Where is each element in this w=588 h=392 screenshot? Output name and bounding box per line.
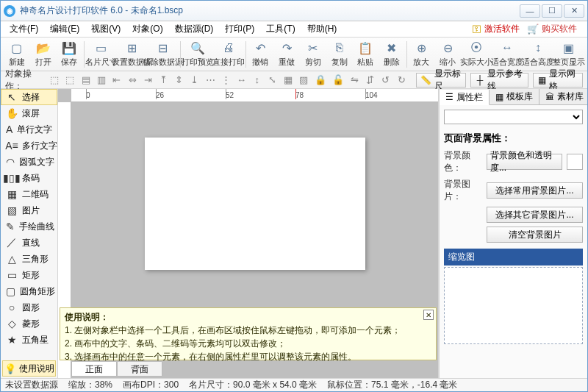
ruler-icon: 📏	[421, 75, 431, 85]
menu-datasource[interactable]: 数据源(D)	[169, 21, 220, 37]
tab-properties[interactable]: ☰属性栏	[440, 90, 490, 105]
op-dist-v-icon[interactable]: ⋮	[220, 74, 232, 87]
op-align-right-icon[interactable]: ⇥	[143, 74, 154, 87]
tool-text1[interactable]: A单行文字	[1, 121, 57, 138]
tb-open-button[interactable]: 📂打开	[30, 39, 57, 70]
bgcolor-button[interactable]: 背景颜色和透明度...	[487, 154, 562, 170]
object-ops-row: 对象操作： ⬚ ⬚ ▤ ▥ ⇤ ⇔ ⇥ ⤒ ⇕ ⤓ ⋯ ⋮ ↔ ↕ ⤡ ▦ ▨ …	[1, 71, 587, 89]
tool-textm-label: 多行文字	[22, 140, 57, 152]
op-rotl-icon[interactable]: ↺	[380, 74, 391, 87]
op-ungroup-icon[interactable]: ▨	[298, 74, 309, 87]
tb-zoomout-button[interactable]: ⊖缩小	[434, 39, 461, 70]
tb-save-button[interactable]: 💾保存	[56, 39, 82, 70]
bgimg-common-button[interactable]: 选择常用背景图片...	[487, 182, 583, 199]
tb-print-button[interactable]: 🖨直接打印	[213, 39, 244, 70]
zoomin-icon: ⊕	[414, 40, 429, 55]
op-samew-icon[interactable]: ↔	[236, 74, 247, 87]
op-fliph-icon[interactable]: ⇋	[349, 74, 360, 87]
tool-circle[interactable]: ○圆形	[1, 299, 57, 316]
op-forward-icon[interactable]: ▤	[80, 74, 91, 87]
tool-image[interactable]: ▧图片	[1, 202, 57, 218]
tb-zoomin-button[interactable]: ⊕放大	[409, 39, 435, 70]
canvas-viewport[interactable]	[71, 102, 438, 304]
maximize-button[interactable]: ☐	[542, 4, 562, 18]
menu-tools[interactable]: 工具(T)	[260, 21, 301, 37]
tb-copy-button[interactable]: ⎘复制	[326, 39, 353, 70]
bgcolor-label: 背景颜色：	[444, 149, 482, 174]
op-samewh-icon[interactable]: ⤡	[267, 74, 278, 87]
tool-tri[interactable]: △三角形	[1, 251, 57, 267]
work-area: ↖选择✋滚屏A单行文字A≡多行文字◠圆弧文字▮▯▮条码▦二维码▧图片✎手绘曲线／…	[1, 89, 587, 378]
tool-rect[interactable]: ▭矩形	[1, 267, 57, 283]
tool-pan[interactable]: ✋滚屏	[1, 105, 57, 121]
tool-line[interactable]: ／直线	[1, 235, 57, 251]
toggle-ruler[interactable]: 📏显示标尺	[416, 73, 466, 88]
tool-arc[interactable]: ◠圆弧文字	[1, 154, 57, 170]
op-flipv-icon[interactable]: ⇵	[365, 74, 376, 87]
tb-cut-button[interactable]: ✂剪切	[300, 39, 326, 70]
op-back-icon[interactable]: ⬚	[65, 74, 76, 87]
op-backward-icon[interactable]: ▥	[96, 74, 107, 87]
menu-help[interactable]: 帮助(H)	[301, 21, 343, 37]
menu-edit[interactable]: 编辑(E)	[44, 21, 85, 37]
op-align-top-icon[interactable]: ⤒	[158, 74, 169, 87]
menu-object[interactable]: 对象(O)	[126, 21, 168, 37]
tb-undo-button[interactable]: ↶撤销	[248, 39, 274, 70]
tab-front[interactable]: 正面	[71, 362, 117, 377]
bgimg-other-button[interactable]: 选择其它背景图片...	[487, 207, 583, 223]
status-datasource: 未设置数据源	[5, 379, 58, 391]
tool-rrect[interactable]: ▢圆角矩形	[1, 283, 57, 299]
help-note-title: 使用说明：	[65, 310, 431, 324]
tool-qrcode[interactable]: ▦二维码	[1, 186, 57, 202]
op-dist-h-icon[interactable]: ⋯	[205, 74, 216, 87]
op-front-icon[interactable]: ⬚	[49, 74, 60, 87]
paste-icon: 📋	[358, 40, 373, 55]
tool-select[interactable]: ↖选择	[1, 89, 57, 105]
op-align-middle-icon[interactable]: ⇕	[173, 74, 184, 87]
tab-assets[interactable]: 🏛素材库	[539, 89, 588, 104]
tb-rmds-button[interactable]: ⊟移除数据源	[148, 39, 179, 70]
actual-icon: ⦿	[469, 40, 484, 55]
op-align-center-icon[interactable]: ⇔	[127, 74, 138, 87]
menu-file[interactable]: 文件(F)	[4, 21, 44, 37]
tool-barcode[interactable]: ▮▯▮条码	[1, 170, 57, 186]
op-group-icon[interactable]: ▦	[283, 74, 294, 87]
tool-freehand[interactable]: ✎手绘曲线	[1, 218, 57, 235]
tool-textm[interactable]: A≡多行文字	[1, 138, 57, 154]
activate-link[interactable]: ⚿ 激活软件	[472, 23, 520, 35]
tab-back[interactable]: 背面	[117, 362, 162, 377]
op-unlock-icon[interactable]: 🔓	[331, 74, 345, 87]
tb-delete-button[interactable]: ✖删除	[379, 39, 405, 70]
tb-fitw-button[interactable]: ↔适合宽度	[492, 39, 523, 70]
buy-link[interactable]: 🛒 购买软件	[527, 23, 577, 35]
tb-fitpage-button[interactable]: ▣整页显示	[553, 39, 584, 70]
minimize-button[interactable]: —	[520, 4, 540, 18]
bgcolor-swatch[interactable]	[567, 154, 583, 170]
help-note-close[interactable]: ✕	[423, 310, 434, 320]
tb-preview-button[interactable]: 🔍打印预览	[182, 39, 213, 70]
tool-star[interactable]: ★五角星	[1, 332, 57, 348]
bgimg-clear-button[interactable]: 清空背景图片	[487, 227, 583, 243]
ruler-tick: 104	[365, 91, 378, 99]
element-selector[interactable]	[444, 110, 583, 124]
toggle-grid[interactable]: ▦显示网格	[533, 73, 583, 88]
card-page[interactable]	[145, 138, 365, 270]
ruler-horizontal[interactable]: 0265278104	[71, 89, 438, 102]
tb-redo-button[interactable]: ↷重做	[273, 39, 300, 70]
op-align-left-icon[interactable]: ⇤	[111, 74, 122, 87]
op-lock-icon[interactable]: 🔒	[314, 74, 327, 87]
tb-actual-button[interactable]: ⦿实际大小	[461, 39, 492, 70]
menu-print[interactable]: 打印(P)	[219, 21, 260, 37]
op-align-bottom-icon[interactable]: ⤓	[189, 74, 200, 87]
op-rotr-icon[interactable]: ↻	[396, 74, 407, 87]
toggle-guides[interactable]: ┼显示参考线	[470, 73, 528, 88]
help-button[interactable]: 💡 使用说明	[2, 360, 56, 377]
close-button[interactable]: ✕	[564, 4, 584, 18]
tb-new-button[interactable]: ▢新建	[4, 39, 30, 70]
tool-diamond[interactable]: ◇菱形	[1, 316, 57, 332]
tb-fith-button[interactable]: ↕适合高度	[523, 39, 553, 70]
menu-view[interactable]: 视图(V)	[85, 21, 126, 37]
tb-paste-button[interactable]: 📋粘贴	[352, 39, 379, 70]
tab-templates[interactable]: ▦模板库	[490, 89, 539, 104]
op-sameh-icon[interactable]: ↕	[251, 74, 262, 87]
